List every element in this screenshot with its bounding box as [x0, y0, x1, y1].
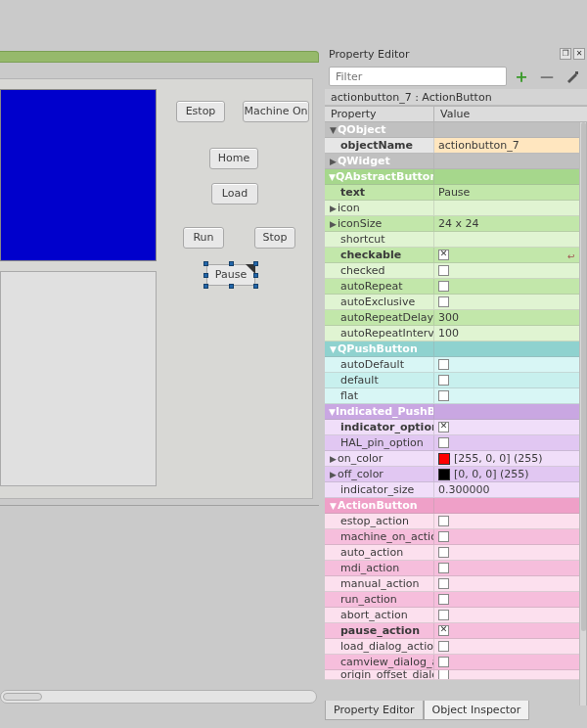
column-value[interactable]: Value [434, 107, 587, 121]
checkbox-icon[interactable] [438, 657, 449, 667]
prop-indicator-option[interactable]: indicator_option✕ [325, 420, 579, 435]
prop-origin-offset-dialog[interactable]: origin_offset_dialog… [325, 670, 579, 680]
prop-autorepeat[interactable]: autoRepeat [325, 279, 579, 295]
checkbox-icon[interactable]: ✕ [438, 250, 449, 260]
prop-auto-action[interactable]: auto_action [325, 545, 579, 561]
machine-on-button[interactable]: Machine On [243, 101, 309, 122]
selection-handle[interactable] [253, 273, 258, 278]
group-qpushbutton[interactable]: ▼QPushButton [325, 341, 579, 357]
prop-autorepeatdelay[interactable]: autoRepeatDelay300 [325, 310, 579, 326]
prop-hal-pin-option[interactable]: HAL_pin_option [325, 435, 579, 451]
remove-property-icon[interactable]: — [536, 67, 558, 86]
prop-machine-on-action[interactable]: machine_on_action [325, 529, 579, 545]
prop-indicator-size[interactable]: indicator_size0.300000 [325, 482, 579, 498]
group-actionbutton[interactable]: ▼ActionButton [325, 498, 579, 514]
checkbox-icon[interactable] [438, 281, 449, 292]
checkbox-icon[interactable] [438, 610, 449, 620]
property-editor-pane: Property Editor ❐ ✕ ＋ — actionbutton_7 :… [325, 46, 587, 707]
canvas-footer-area [0, 505, 319, 693]
stop-button[interactable]: Stop [254, 227, 295, 249]
prop-objectname[interactable]: objectNameactionbutton_7 [325, 138, 579, 154]
property-editor-title: Property Editor ❐ ✕ [325, 46, 587, 64]
checkbox-icon[interactable] [438, 670, 449, 679]
checkbox-icon[interactable] [438, 516, 449, 526]
selection-handle[interactable] [203, 284, 208, 289]
prop-default[interactable]: default [325, 373, 579, 388]
prop-autoexclusive[interactable]: autoExclusive [325, 295, 579, 310]
run-button[interactable]: Run [183, 227, 224, 249]
scrollbar-thumb[interactable] [3, 693, 42, 701]
checkbox-icon[interactable] [438, 375, 449, 386]
checkbox-icon[interactable] [438, 547, 449, 558]
checkbox-icon[interactable] [438, 265, 449, 276]
prop-abort-action[interactable]: abort_action [325, 608, 579, 623]
checkbox-icon[interactable] [438, 359, 449, 370]
checkbox-icon[interactable]: ✕ [438, 422, 449, 432]
checkbox-icon[interactable] [438, 641, 449, 652]
home-button[interactable]: Home [209, 148, 258, 169]
prop-estop-action[interactable]: estop_action [325, 514, 579, 529]
prop-checked[interactable]: checked [325, 263, 579, 279]
checkbox-icon[interactable]: ✕ [438, 625, 449, 636]
color-swatch-icon [438, 453, 450, 465]
selection-handle[interactable] [203, 273, 208, 278]
prop-on-color[interactable]: ▶on_color[255, 0, 0] (255) [325, 451, 579, 467]
prop-mdi-action[interactable]: mdi_action [325, 561, 579, 576]
prop-autorepeatinterval[interactable]: autoRepeatInterval100 [325, 326, 579, 341]
color-swatch-icon [438, 469, 450, 480]
selection-handle[interactable] [253, 261, 258, 266]
column-property[interactable]: Property [325, 107, 434, 121]
svg-rect-0 [575, 71, 578, 74]
widget-blue-frame[interactable] [0, 89, 157, 261]
estop-button[interactable]: Estop [176, 101, 225, 122]
checkbox-icon[interactable] [438, 296, 449, 307]
filter-input[interactable] [329, 67, 507, 86]
checkbox-icon[interactable] [438, 594, 449, 605]
tab-object-inspector[interactable]: Object Inspector [424, 701, 530, 720]
prop-icon[interactable]: ▶icon [325, 201, 579, 216]
prop-text[interactable]: textPause [325, 185, 579, 201]
checkbox-icon[interactable] [438, 563, 449, 573]
prop-pause-action[interactable]: pause_action✕ [325, 623, 579, 639]
restore-icon[interactable]: ❐ [560, 48, 571, 60]
tab-property-editor[interactable]: Property Editor [325, 701, 424, 720]
prop-iconsize[interactable]: ▶iconSize24 x 24 [325, 216, 579, 232]
prop-autodefault[interactable]: autoDefault [325, 357, 579, 373]
group-indicated-pushbutton[interactable]: ▼Indicated_PushButton [325, 404, 579, 420]
close-icon[interactable]: ✕ [573, 48, 585, 60]
property-editor-title-text: Property Editor [329, 48, 410, 61]
selection-handle[interactable] [229, 261, 234, 266]
prop-checkable[interactable]: checkable✕↩ [325, 248, 579, 263]
prop-load-dialog-action[interactable]: load_dialog_action [325, 639, 579, 655]
checkbox-icon[interactable] [438, 437, 449, 448]
widget-gray-frame[interactable] [0, 271, 157, 486]
property-grid: ▼QObject objectNameactionbutton_7 ▶QWidg… [325, 122, 587, 705]
prop-shortcut[interactable]: shortcut [325, 232, 579, 248]
designer-panel-header [0, 51, 319, 63]
group-qwidget[interactable]: ▶QWidget [325, 154, 579, 169]
add-property-icon[interactable]: ＋ [511, 67, 532, 86]
pause-button[interactable]: Pause [206, 264, 255, 286]
selection-handle[interactable] [229, 284, 234, 289]
design-canvas-grid: Estop Machine On Home Load Run Stop Paus… [0, 79, 312, 498]
load-button[interactable]: Load [211, 183, 258, 205]
settings-icon[interactable] [562, 67, 583, 86]
canvas-horizontal-scrollbar[interactable] [0, 690, 317, 704]
prop-run-action[interactable]: run_action [325, 592, 579, 608]
object-identifier: actionbutton_7 : ActionButton [325, 89, 587, 106]
scrollbar-thumb[interactable] [581, 122, 586, 631]
prop-manual-action[interactable]: manual_action [325, 576, 579, 592]
checkbox-icon[interactable] [438, 390, 449, 401]
prop-off-color[interactable]: ▶off_color[0, 0, 0] (255) [325, 467, 579, 482]
selection-handle[interactable] [203, 261, 208, 266]
prop-camview-dialog-action[interactable]: camview_dialog_acti… [325, 655, 579, 670]
checkbox-icon[interactable] [438, 578, 449, 589]
design-canvas[interactable]: Estop Machine On Home Load Run Stop Paus… [0, 78, 313, 499]
selection-handle[interactable] [253, 284, 258, 289]
reset-icon[interactable]: ↩ [567, 249, 577, 260]
group-qobject[interactable]: ▼QObject [325, 122, 579, 138]
checkbox-icon[interactable] [438, 531, 449, 542]
property-vertical-scrollbar[interactable] [579, 122, 586, 705]
group-qabstractbutton[interactable]: ▼QAbstractButton [325, 169, 579, 185]
prop-flat[interactable]: flat [325, 388, 579, 404]
